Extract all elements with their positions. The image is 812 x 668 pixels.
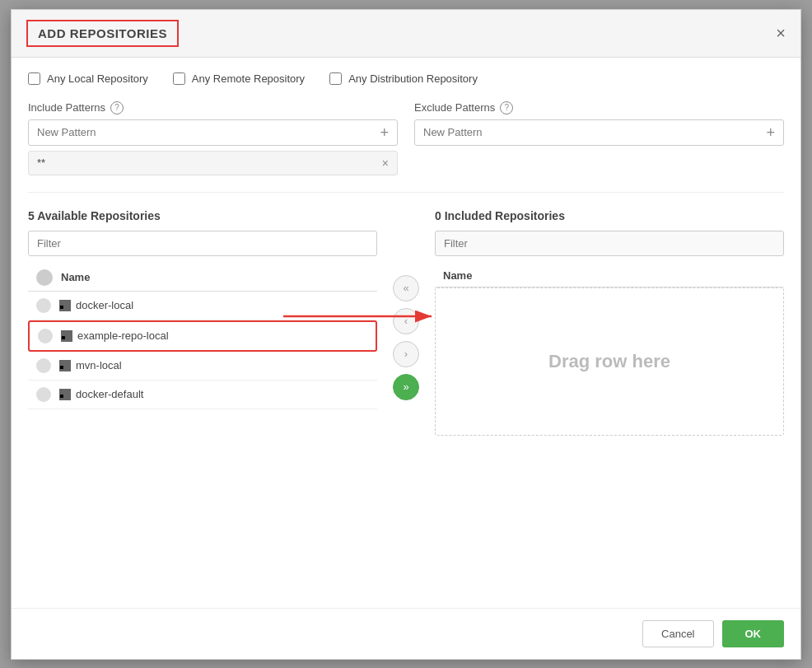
repo-name-example-repo-local: example-repo-local [77, 329, 169, 342]
transfer-left-button[interactable]: ‹ [393, 308, 419, 334]
include-pattern-input-row: + [28, 119, 398, 146]
modal-overlay: ADD REPOSITORIES × Any Local Repository … [0, 0, 812, 668]
repo-name-docker-local: docker-local [76, 299, 133, 311]
transfer-buttons: « ‹ › » [385, 209, 427, 400]
repositories-section: 5 Available Repositories Name ▪ docker-l… [28, 209, 784, 436]
repo-icon-docker-default: ▪ [59, 389, 71, 400]
cancel-button[interactable]: Cancel [642, 620, 713, 647]
local-repo-label: Any Local Repository [47, 72, 148, 85]
drag-row-here-text: Drag row here [548, 351, 670, 372]
repo-row-mvn-local[interactable]: ▪ mvn-local [28, 352, 377, 381]
repo-icon-example-repo-local: ▪ [61, 330, 72, 342]
local-repo-checkbox[interactable] [28, 72, 40, 85]
available-repos-panel: 5 Available Repositories Name ▪ docker-l… [28, 209, 377, 409]
repo-icon-mvn-local: ▪ [59, 360, 71, 371]
repo-radio-example-repo-local[interactable] [38, 329, 53, 343]
section-divider [28, 192, 784, 193]
repo-icon-docker-local: ▪ [59, 300, 71, 311]
repo-name-mvn-local: mvn-local [76, 359, 122, 371]
repo-radio-docker-local[interactable] [36, 298, 51, 313]
distribution-repo-checkbox-label[interactable]: Any Distribution Repository [329, 72, 478, 85]
modal-body: Any Local Repository Any Remote Reposito… [12, 58, 800, 608]
repo-radio-mvn-local[interactable] [36, 358, 51, 373]
repo-radio-docker-default[interactable] [36, 387, 51, 402]
included-repos-panel: 0 Included Repositories Name Drag row he… [435, 209, 784, 436]
included-repos-filter[interactable] [435, 231, 784, 256]
include-patterns-help-icon[interactable]: ? [110, 101, 124, 114]
include-pattern-add-button[interactable]: + [380, 125, 389, 140]
distribution-repo-checkbox[interactable] [329, 72, 342, 85]
include-pattern-tag-value: ** [37, 156, 45, 169]
exclude-pattern-input[interactable] [423, 126, 766, 138]
include-pattern-tag-remove[interactable]: × [382, 156, 389, 170]
include-pattern-input[interactable] [37, 126, 380, 138]
included-repos-title: 0 Included Repositories [435, 209, 784, 222]
included-repos-col-name: Name [443, 269, 472, 282]
modal-dialog: ADD REPOSITORIES × Any Local Repository … [11, 9, 801, 660]
repo-name-docker-default: docker-default [76, 388, 143, 400]
transfer-all-right-button[interactable]: » [393, 374, 419, 400]
included-repos-header: Name [435, 264, 784, 287]
include-patterns-col: Include Patterns ? + ** × [28, 101, 398, 175]
included-repos-drop-zone[interactable]: Drag row here [435, 287, 784, 436]
exclude-pattern-input-row: + [414, 119, 784, 146]
available-repos-col-name: Name [61, 271, 90, 283]
available-repos-title: 5 Available Repositories [28, 209, 377, 222]
exclude-patterns-help-icon[interactable]: ? [500, 101, 513, 114]
close-button[interactable]: × [776, 25, 786, 41]
local-repo-checkbox-label[interactable]: Any Local Repository [28, 72, 148, 85]
repo-row-docker-default[interactable]: ▪ docker-default [28, 381, 377, 409]
repo-row-docker-local[interactable]: ▪ docker-local [28, 292, 377, 320]
checkboxes-row: Any Local Repository Any Remote Reposito… [28, 72, 784, 85]
remote-repo-checkbox-label[interactable]: Any Remote Repository [173, 72, 305, 85]
include-pattern-tag: ** × [28, 151, 398, 175]
include-patterns-label: Include Patterns ? [28, 101, 398, 114]
transfer-right-button[interactable]: › [393, 341, 419, 367]
modal-header: ADD REPOSITORIES × [12, 10, 800, 58]
distribution-repo-label: Any Distribution Repository [348, 72, 478, 85]
available-repos-header: Name [28, 264, 377, 292]
exclude-patterns-col: Exclude Patterns ? + [414, 101, 784, 175]
repo-row-example-repo-local[interactable]: ▪ example-repo-local [28, 320, 377, 352]
exclude-patterns-label: Exclude Patterns ? [414, 101, 784, 114]
remote-repo-label: Any Remote Repository [192, 72, 305, 85]
ok-button[interactable]: OK [722, 620, 785, 647]
patterns-section: Include Patterns ? + ** × Exclude [28, 101, 784, 175]
modal-footer: Cancel OK [12, 608, 800, 659]
available-repos-filter[interactable] [28, 231, 377, 256]
available-repos-select-all[interactable] [36, 269, 53, 286]
exclude-pattern-add-button[interactable]: + [766, 125, 775, 140]
modal-title: ADD REPOSITORIES [26, 20, 179, 47]
remote-repo-checkbox[interactable] [173, 72, 185, 85]
transfer-all-left-button[interactable]: « [393, 275, 419, 301]
